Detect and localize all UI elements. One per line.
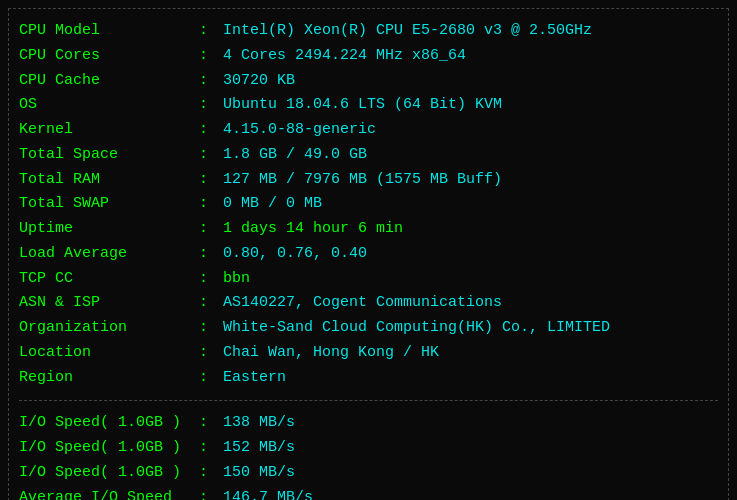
table-row: I/O Speed( 1.0GB ): 138 MB/s: [19, 411, 718, 436]
row-colon: :: [199, 341, 217, 366]
row-label: Average I/O Speed: [19, 486, 199, 501]
row-colon: :: [199, 168, 217, 193]
row-value: 138 MB/s: [223, 411, 295, 436]
table-row: Load Average: 0.80, 0.76, 0.40: [19, 242, 718, 267]
table-row: Uptime: 1 days 14 hour 6 min: [19, 217, 718, 242]
row-colon: :: [199, 411, 217, 436]
row-value: Eastern: [223, 366, 286, 391]
table-row: CPU Cores: 4 Cores 2494.224 MHz x86_64: [19, 44, 718, 69]
section-divider: [19, 400, 718, 401]
row-label: CPU Model: [19, 19, 199, 44]
row-colon: :: [199, 366, 217, 391]
table-row: Total Space: 1.8 GB / 49.0 GB: [19, 143, 718, 168]
row-value: Ubuntu 18.04.6 LTS (64 Bit) KVM: [223, 93, 502, 118]
row-value: 4 Cores 2494.224 MHz x86_64: [223, 44, 466, 69]
row-value: Intel(R) Xeon(R) CPU E5-2680 v3 @ 2.50GH…: [223, 19, 592, 44]
row-label: Load Average: [19, 242, 199, 267]
table-row: Region: Eastern: [19, 366, 718, 391]
row-colon: :: [199, 93, 217, 118]
table-row: TCP CC: bbn: [19, 267, 718, 292]
row-colon: :: [199, 44, 217, 69]
table-row: CPU Cache: 30720 KB: [19, 69, 718, 94]
table-row: I/O Speed( 1.0GB ): 150 MB/s: [19, 461, 718, 486]
row-value: 1 days 14 hour 6 min: [223, 217, 403, 242]
row-label: Total Space: [19, 143, 199, 168]
table-row: I/O Speed( 1.0GB ): 152 MB/s: [19, 436, 718, 461]
row-colon: :: [199, 143, 217, 168]
row-value: 152 MB/s: [223, 436, 295, 461]
row-colon: :: [199, 291, 217, 316]
row-value: bbn: [223, 267, 250, 292]
row-label: Kernel: [19, 118, 199, 143]
table-row: Average I/O Speed: 146.7 MB/s: [19, 486, 718, 501]
row-label: ASN & ISP: [19, 291, 199, 316]
row-value: 150 MB/s: [223, 461, 295, 486]
row-value: 1.8 GB / 49.0 GB: [223, 143, 367, 168]
row-label: I/O Speed( 1.0GB ): [19, 411, 199, 436]
row-value: 4.15.0-88-generic: [223, 118, 376, 143]
table-row: ASN & ISP: AS140227, Cogent Communicatio…: [19, 291, 718, 316]
row-colon: :: [199, 316, 217, 341]
row-value: AS140227, Cogent Communications: [223, 291, 502, 316]
table-row: CPU Model: Intel(R) Xeon(R) CPU E5-2680 …: [19, 19, 718, 44]
row-value: White-Sand Cloud Computing(HK) Co., LIMI…: [223, 316, 610, 341]
main-container: CPU Model: Intel(R) Xeon(R) CPU E5-2680 …: [8, 8, 729, 500]
row-label: OS: [19, 93, 199, 118]
system-section: CPU Model: Intel(R) Xeon(R) CPU E5-2680 …: [19, 15, 718, 394]
row-label: Location: [19, 341, 199, 366]
table-row: OS: Ubuntu 18.04.6 LTS (64 Bit) KVM: [19, 93, 718, 118]
row-label: CPU Cores: [19, 44, 199, 69]
row-colon: :: [199, 118, 217, 143]
row-label: Region: [19, 366, 199, 391]
row-label: I/O Speed( 1.0GB ): [19, 461, 199, 486]
row-value: 0 MB / 0 MB: [223, 192, 322, 217]
row-colon: :: [199, 192, 217, 217]
table-row: Organization: White-Sand Cloud Computing…: [19, 316, 718, 341]
row-colon: :: [199, 69, 217, 94]
row-value: 0.80, 0.76, 0.40: [223, 242, 367, 267]
row-label: Total RAM: [19, 168, 199, 193]
row-colon: :: [199, 486, 217, 501]
row-label: Organization: [19, 316, 199, 341]
row-colon: :: [199, 461, 217, 486]
row-label: Uptime: [19, 217, 199, 242]
table-row: Total SWAP: 0 MB / 0 MB: [19, 192, 718, 217]
row-label: Total SWAP: [19, 192, 199, 217]
row-value: 127 MB / 7976 MB (1575 MB Buff): [223, 168, 502, 193]
row-colon: :: [199, 217, 217, 242]
table-row: Kernel: 4.15.0-88-generic: [19, 118, 718, 143]
row-colon: :: [199, 242, 217, 267]
row-value: Chai Wan, Hong Kong / HK: [223, 341, 439, 366]
row-label: TCP CC: [19, 267, 199, 292]
row-label: I/O Speed( 1.0GB ): [19, 436, 199, 461]
table-row: Location: Chai Wan, Hong Kong / HK: [19, 341, 718, 366]
row-value: 30720 KB: [223, 69, 295, 94]
row-colon: :: [199, 436, 217, 461]
io-section: I/O Speed( 1.0GB ): 138 MB/sI/O Speed( 1…: [19, 407, 718, 500]
row-label: CPU Cache: [19, 69, 199, 94]
row-colon: :: [199, 267, 217, 292]
row-value: 146.7 MB/s: [223, 486, 313, 501]
row-colon: :: [199, 19, 217, 44]
table-row: Total RAM: 127 MB / 7976 MB (1575 MB Buf…: [19, 168, 718, 193]
